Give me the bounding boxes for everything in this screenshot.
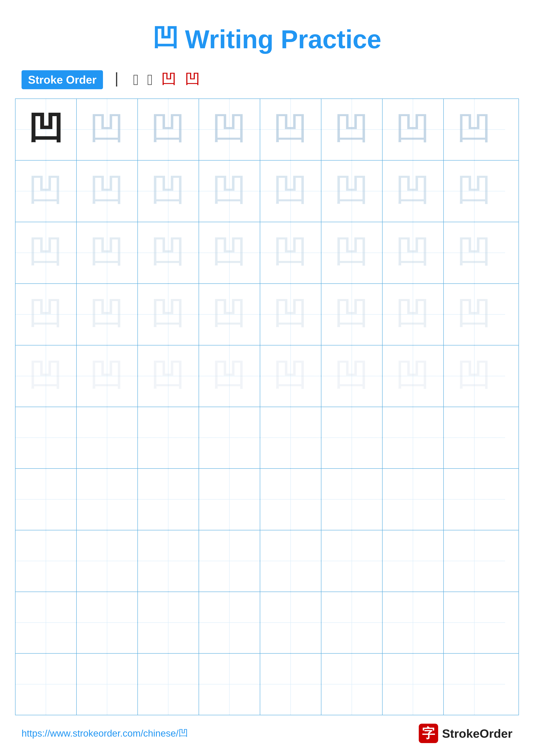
grid-cell[interactable] bbox=[444, 530, 505, 592]
grid-cell[interactable] bbox=[199, 592, 260, 653]
grid-cell[interactable]: 凹 bbox=[199, 345, 260, 407]
grid-cell[interactable] bbox=[383, 530, 444, 592]
grid-cell[interactable]: 凹 bbox=[15, 345, 77, 407]
grid-cell[interactable]: 凹 bbox=[260, 222, 321, 284]
grid-cell[interactable] bbox=[77, 469, 138, 530]
grid-row: 凹 凹 凹 凹 凹 凹 凹 凹 bbox=[15, 222, 519, 284]
grid-cell[interactable]: 凹 bbox=[444, 222, 505, 284]
grid-cell[interactable] bbox=[199, 530, 260, 592]
grid-cell[interactable] bbox=[321, 469, 383, 530]
grid-cell[interactable] bbox=[199, 654, 260, 715]
grid-cell[interactable] bbox=[444, 654, 505, 715]
grid-cell[interactable]: 凹 bbox=[444, 99, 505, 160]
grid-row: 凹 凹 凹 凹 凹 凹 凹 凹 bbox=[15, 345, 519, 407]
grid-cell[interactable] bbox=[260, 469, 321, 530]
grid-cell[interactable]: 凹 bbox=[138, 222, 199, 284]
grid-cell[interactable]: 凹 bbox=[15, 161, 77, 222]
title-character: 凹 bbox=[153, 21, 179, 57]
grid-cell[interactable]: 凹 bbox=[199, 161, 260, 222]
grid-cell[interactable] bbox=[15, 530, 77, 592]
grid-cell[interactable] bbox=[138, 530, 199, 592]
grid-cell[interactable] bbox=[77, 407, 138, 468]
grid-cell[interactable] bbox=[383, 592, 444, 653]
grid-cell[interactable]: 凹 bbox=[383, 99, 444, 160]
grid-cell[interactable] bbox=[77, 592, 138, 653]
stroke-order-badge: Stroke Order bbox=[21, 70, 103, 89]
grid-cell[interactable]: 凹 bbox=[77, 99, 138, 160]
grid-cell[interactable] bbox=[15, 407, 77, 468]
logo-text: StrokeOrder bbox=[442, 726, 513, 741]
grid-cell-reference[interactable]: 凹 bbox=[15, 99, 77, 160]
grid-cell[interactable]: 凹 bbox=[321, 161, 383, 222]
stroke-step-1: 丨 bbox=[110, 69, 124, 90]
grid-cell[interactable]: 凹 bbox=[77, 345, 138, 407]
grid-cell[interactable]: 凹 bbox=[444, 345, 505, 407]
grid-cell[interactable] bbox=[260, 530, 321, 592]
grid-cell[interactable]: 凹 bbox=[77, 222, 138, 284]
grid-cell[interactable]: 凹 bbox=[383, 161, 444, 222]
grid-cell[interactable]: 凹 bbox=[383, 345, 444, 407]
stroke-order-section: Stroke Order 丨 𠃌 𠃊 凹 凹 bbox=[0, 69, 534, 90]
grid-row: 凹 凹 凹 凹 凹 凹 凹 凹 bbox=[15, 284, 519, 345]
grid-cell[interactable]: 凹 bbox=[199, 222, 260, 284]
grid-cell[interactable] bbox=[260, 407, 321, 468]
grid-cell[interactable] bbox=[383, 407, 444, 468]
grid-cell[interactable] bbox=[15, 654, 77, 715]
grid-cell[interactable] bbox=[77, 654, 138, 715]
grid-cell[interactable]: 凹 bbox=[15, 284, 77, 345]
grid-cell[interactable] bbox=[260, 654, 321, 715]
grid-cell[interactable] bbox=[444, 469, 505, 530]
grid-cell[interactable]: 凹 bbox=[138, 161, 199, 222]
grid-cell[interactable]: 凹 bbox=[383, 284, 444, 345]
title-text: Writing Practice bbox=[185, 24, 381, 54]
grid-cell[interactable] bbox=[138, 592, 199, 653]
grid-cell[interactable] bbox=[444, 592, 505, 653]
grid-cell[interactable] bbox=[199, 407, 260, 468]
stroke-step-3: 𠃊 bbox=[147, 71, 153, 88]
grid-cell[interactable] bbox=[321, 530, 383, 592]
grid-cell[interactable]: 凹 bbox=[138, 99, 199, 160]
grid-cell[interactable]: 凹 bbox=[77, 284, 138, 345]
grid-cell[interactable]: 凹 bbox=[77, 161, 138, 222]
grid-cell[interactable]: 凹 bbox=[444, 161, 505, 222]
grid-row: 凹 凹 凹 凹 凹 凹 凹 凹 bbox=[15, 161, 519, 222]
grid-cell[interactable] bbox=[138, 469, 199, 530]
grid-cell[interactable] bbox=[77, 530, 138, 592]
grid-cell[interactable]: 凹 bbox=[321, 284, 383, 345]
grid-cell[interactable] bbox=[15, 469, 77, 530]
grid-row bbox=[15, 407, 519, 469]
grid-cell[interactable] bbox=[15, 592, 77, 653]
reference-char: 凹 bbox=[29, 112, 63, 147]
grid-cell[interactable]: 凹 bbox=[138, 284, 199, 345]
grid-cell[interactable]: 凹 bbox=[321, 99, 383, 160]
grid-cell[interactable]: 凹 bbox=[260, 161, 321, 222]
grid-cell[interactable]: 凹 bbox=[444, 284, 505, 345]
grid-cell[interactable] bbox=[321, 654, 383, 715]
stroke-steps: 丨 𠃌 𠃊 凹 凹 bbox=[110, 69, 200, 90]
grid-cell[interactable]: 凹 bbox=[321, 222, 383, 284]
grid-row bbox=[15, 469, 519, 530]
grid-cell[interactable]: 凹 bbox=[15, 222, 77, 284]
grid-cell[interactable]: 凹 bbox=[138, 345, 199, 407]
grid-cell[interactable] bbox=[321, 407, 383, 468]
grid-cell[interactable] bbox=[321, 592, 383, 653]
grid-cell[interactable]: 凹 bbox=[260, 345, 321, 407]
grid-cell[interactable]: 凹 bbox=[260, 284, 321, 345]
grid-cell[interactable] bbox=[383, 654, 444, 715]
grid-row bbox=[15, 592, 519, 654]
footer: https://www.strokeorder.com/chinese/凹 字 … bbox=[0, 724, 534, 743]
footer-url[interactable]: https://www.strokeorder.com/chinese/凹 bbox=[21, 727, 188, 740]
grid-cell[interactable] bbox=[138, 654, 199, 715]
grid-cell[interactable] bbox=[383, 469, 444, 530]
grid-cell[interactable] bbox=[444, 407, 505, 468]
grid-cell[interactable] bbox=[199, 469, 260, 530]
grid-cell[interactable]: 凹 bbox=[383, 222, 444, 284]
grid-cell[interactable]: 凹 bbox=[199, 99, 260, 160]
stroke-step-4: 凹 bbox=[161, 69, 176, 90]
page-title: 凹 Writing Practice bbox=[0, 0, 534, 57]
grid-cell[interactable]: 凹 bbox=[260, 99, 321, 160]
grid-cell[interactable]: 凹 bbox=[321, 345, 383, 407]
grid-cell[interactable] bbox=[260, 592, 321, 653]
grid-cell[interactable]: 凹 bbox=[199, 284, 260, 345]
grid-cell[interactable] bbox=[138, 407, 199, 468]
